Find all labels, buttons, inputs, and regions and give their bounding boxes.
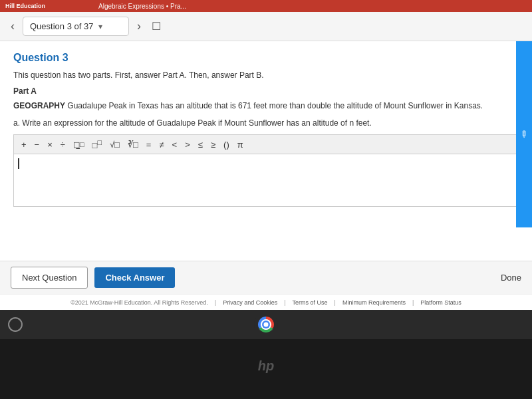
privacy-link[interactable]: Privacy and Cookies <box>223 299 277 306</box>
hp-area: hp <box>0 339 532 392</box>
equals-button[interactable]: = <box>144 139 154 150</box>
taskbar-circle <box>8 317 23 332</box>
question-body-text: Guadalupe Peak in Texas has an altitude … <box>65 101 483 110</box>
terms-link[interactable]: Terms of Use <box>293 299 328 306</box>
done-label: Done <box>501 273 521 283</box>
bookmark-button[interactable]: ☐ <box>149 17 164 35</box>
side-panel[interactable]: ✏ <box>516 41 532 227</box>
math-toolbar: + − × ÷ □̲□ □□ √□ ∛□ = ≠ < > ≤ ≥ () π <box>13 134 519 154</box>
divide-button[interactable]: ÷ <box>59 139 67 150</box>
separator-4: | <box>412 299 414 306</box>
fraction-icon: □̲□ <box>73 140 84 148</box>
question-selector-label: Question 3 of 37 <box>30 21 93 31</box>
taskbar <box>0 310 532 339</box>
question-selector[interactable]: Question 3 of 37 ▾ <box>23 17 129 36</box>
pi-button[interactable]: π <box>235 139 245 150</box>
copyright-text: ©2021 McGraw-Hill Education. All Rights … <box>70 299 208 306</box>
brand-logo: Hill Education <box>5 3 45 9</box>
less-than-button[interactable]: < <box>170 139 180 150</box>
platform-status-link[interactable]: Platform Status <box>420 299 462 306</box>
back-button[interactable]: ‹ <box>8 17 17 36</box>
question-text: GEOGRAPHY Guadalupe Peak in Texas has an… <box>13 100 519 112</box>
hp-logo: hp <box>258 358 274 374</box>
copyright-bar: ©2021 McGraw-Hill Education. All Rights … <box>0 294 532 310</box>
separator-3: | <box>334 299 336 306</box>
forward-button[interactable]: › <box>134 17 144 36</box>
question-intro: This question has two parts. First, answ… <box>13 70 519 80</box>
subject-tag: GEOGRAPHY <box>13 101 65 110</box>
chrome-taskbar-icon[interactable] <box>254 313 278 336</box>
plus-button[interactable]: + <box>19 139 29 150</box>
part-a-instruction: a. Write an expression for the altitude … <box>13 118 519 128</box>
minus-button[interactable]: − <box>33 139 42 150</box>
answer-input-area[interactable] <box>13 154 519 207</box>
part-label: Part A <box>13 86 519 96</box>
times-button[interactable]: × <box>45 139 55 150</box>
separator-2: | <box>284 299 285 306</box>
squared-button[interactable]: □□ <box>90 138 104 151</box>
less-eq-button[interactable]: ≤ <box>196 139 205 150</box>
greater-eq-button[interactable]: ≥ <box>209 139 217 150</box>
greater-than-button[interactable]: > <box>183 139 192 150</box>
footer-bar: Next Question Check Answer Done <box>0 261 532 294</box>
side-panel-icon: ✏ <box>519 130 529 138</box>
parens-button[interactable]: () <box>221 139 231 150</box>
min-req-link[interactable]: Minimum Requirements <box>342 299 406 306</box>
nav-bar: ‹ Question 3 of 37 ▾ › ☐ <box>0 12 532 41</box>
question-title: Question 3 <box>13 52 519 64</box>
not-equals-button[interactable]: ≠ <box>157 139 166 150</box>
cursor-indicator <box>18 158 19 169</box>
chevron-down-icon: ▾ <box>98 22 102 31</box>
cbrt-button[interactable]: ∛□ <box>126 139 140 150</box>
sqrt-button[interactable]: √□ <box>108 139 122 150</box>
svg-point-4 <box>264 323 269 327</box>
main-content: Question 3 This question has two parts. … <box>0 41 532 261</box>
fraction-button[interactable]: □̲□ <box>71 140 86 150</box>
check-answer-button[interactable]: Check Answer <box>94 267 175 288</box>
separator-1: | <box>215 299 216 306</box>
top-bar: Hill Education Algebraic Expressions • P… <box>0 0 532 12</box>
page-title-top: Algebraic Expressions • Pra... <box>98 3 186 10</box>
next-question-button[interactable]: Next Question <box>11 267 88 289</box>
